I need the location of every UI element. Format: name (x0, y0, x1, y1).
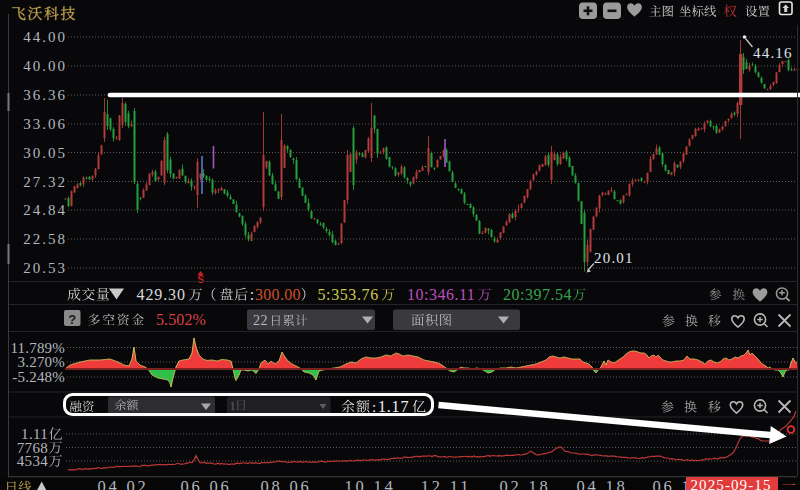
svg-text:44.00: 44.00 (23, 29, 67, 45)
svg-text:20.53: 20.53 (23, 260, 67, 276)
svg-text:22: 22 (253, 313, 268, 328)
svg-text:02.18: 02.18 (499, 477, 550, 490)
svg-text:08.06: 08.06 (260, 477, 311, 490)
svg-text:12.11: 12.11 (421, 477, 472, 490)
svg-text:429.30: 429.30 (137, 286, 186, 303)
svg-text:10:346.11: 10:346.11 (407, 286, 475, 303)
svg-text:1: 1 (230, 399, 236, 413)
svg-text:44.16: 44.16 (753, 45, 793, 61)
svg-text:06.06: 06.06 (180, 477, 231, 490)
svg-text:24.84: 24.84 (23, 202, 67, 218)
svg-text:300.00: 300.00 (255, 286, 301, 303)
svg-text:5:353.76: 5:353.76 (318, 286, 379, 303)
svg-text:4534: 4534 (17, 453, 48, 469)
svg-text:36.36: 36.36 (23, 87, 67, 103)
svg-text:22.58: 22.58 (23, 231, 67, 247)
svg-text:27.32: 27.32 (23, 174, 67, 190)
svg-text:10.14: 10.14 (344, 477, 395, 490)
svg-text:1.17: 1.17 (378, 398, 409, 415)
svg-text:30.05: 30.05 (23, 145, 67, 161)
svg-text::: : (372, 399, 376, 415)
svg-text:33.06: 33.06 (23, 116, 67, 132)
svg-text:04.18: 04.18 (576, 477, 627, 490)
svg-text:3.270%: 3.270% (18, 354, 65, 370)
svg-text:-5.248%: -5.248% (12, 369, 65, 385)
svg-text:04.02: 04.02 (97, 477, 148, 490)
svg-text:?: ? (68, 312, 76, 327)
svg-text:20.01: 20.01 (594, 250, 634, 266)
svg-text:20:397.54: 20:397.54 (503, 286, 572, 303)
svg-text:S: S (197, 274, 204, 285)
svg-text:5.502%: 5.502% (156, 311, 206, 328)
svg-text::: : (250, 286, 254, 303)
svg-text:40.00: 40.00 (23, 58, 67, 74)
svg-text:2025-09-15: 2025-09-15 (691, 477, 772, 490)
